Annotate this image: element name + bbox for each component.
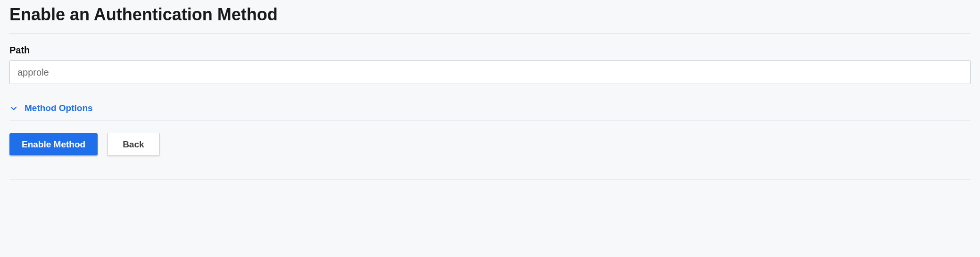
chevron-down-icon: [9, 104, 18, 112]
path-input[interactable]: [9, 60, 971, 84]
back-button[interactable]: Back: [107, 133, 159, 156]
page-title: Enable an Authentication Method: [9, 5, 971, 33]
method-options-label: Method Options: [25, 103, 93, 113]
path-label: Path: [9, 45, 971, 56]
options-divider: [9, 120, 971, 120]
title-divider: [9, 33, 971, 34]
bottom-divider: [9, 180, 971, 180]
button-row: Enable Method Back: [9, 133, 971, 156]
method-options-toggle[interactable]: Method Options: [9, 103, 93, 113]
enable-method-button[interactable]: Enable Method: [9, 133, 98, 155]
